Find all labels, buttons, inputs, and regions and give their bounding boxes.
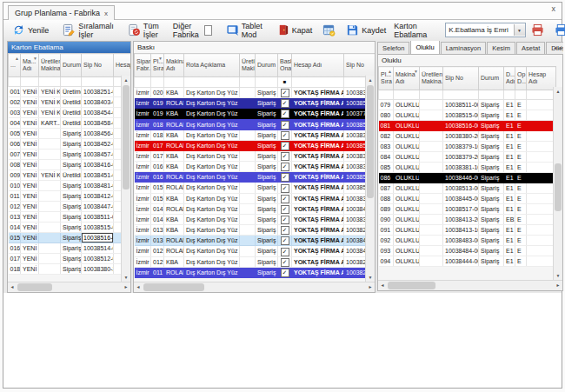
grid-cell[interactable]: 090 [379,215,394,225]
column-header[interactable]: Sip No [344,54,376,77]
grid-cell[interactable]: 092 [379,236,394,246]
grid-cell[interactable]: Dış Karton Dış Yüz Baskı [184,130,240,140]
scroll-right-icon[interactable]: ► [554,281,562,289]
grid-cell[interactable]: Sipariş [61,223,82,233]
grid-cell[interactable] [420,194,443,204]
grid-cell[interactable]: İzmir [135,119,151,130]
scroll-down-icon[interactable]: ▼ [366,273,375,282]
grid-cell[interactable]: E [515,246,527,256]
grid-cell[interactable]: YENİ ... [21,97,39,108]
grid-cell[interactable]: YOKTAŞ FİRMA ADI [292,246,344,256]
grid-cell[interactable]: ✓ [278,267,292,277]
grid-cell[interactable] [527,236,556,246]
grid-cell[interactable]: E1 [504,100,515,110]
grid-cell[interactable]: 10038458-00 [82,118,114,129]
grid-cell[interactable]: 10038451-00 [82,170,114,181]
grid-cell[interactable] [240,203,256,214]
grid-cell[interactable] [527,225,556,236]
grid-cell[interactable]: 002 [9,97,21,108]
grid-cell[interactable]: Sipariş [256,225,278,236]
grid-cell[interactable] [420,121,443,131]
grid-cell[interactable] [39,223,61,233]
grid-cell[interactable]: YOKTAŞ FİRMA ADI [292,150,344,161]
grid-cell[interactable]: 016 [151,172,164,183]
grid-cell[interactable] [420,215,443,225]
grid-cell[interactable]: KBA [164,225,184,236]
grid-cell[interactable]: 10038484-00 [443,246,479,256]
grid-cell[interactable] [240,225,256,236]
grid-cell[interactable]: E [515,131,527,142]
grid-cell[interactable]: Sipariş [479,173,504,183]
grid-cell[interactable]: Dış Karton Dış Yüz Baskı [184,98,240,109]
grid-cell[interactable]: 10038447-00 [82,202,114,212]
grid-cell[interactable]: ROLAN... [164,98,184,109]
grid-cell[interactable]: E [515,194,527,204]
filter-cell[interactable] [39,77,61,87]
grid-cell[interactable] [39,139,61,149]
grid-cell[interactable]: Sipariş [479,225,504,236]
grid-cell[interactable] [39,243,61,254]
grid-cell[interactable]: E [515,121,527,131]
grid-cell[interactable] [420,173,443,183]
grid-cell[interactable] [527,131,556,142]
grid-cell[interactable] [240,214,256,224]
column-header[interactable]: Pl... Sıra▲ [379,67,394,90]
grid-cell[interactable]: ROLAN... [164,140,184,150]
grid-cell[interactable]: YENİ ... [21,181,39,191]
scroll-right-icon[interactable]: ► [122,282,130,291]
grid-cell[interactable]: KBA [164,214,184,224]
column-header[interactable]: Hesap Adı [527,67,556,90]
grid-cell[interactable]: KART... [39,118,61,129]
column-header[interactable]: Op D... [515,67,527,90]
grid-cell[interactable]: Sipariş [479,142,504,152]
grid-cell[interactable]: E [515,110,527,121]
scrollbar-thumb[interactable] [367,85,374,198]
grid-cell[interactable]: YENİ ... [21,191,39,202]
grid-cell[interactable]: ✓ [278,183,292,193]
grid-cell[interactable]: Sipariş [61,181,82,191]
scroll-left-icon[interactable]: ◄ [8,282,17,291]
grid-cell[interactable]: 088 [379,194,394,204]
filter-cell[interactable] [151,77,164,88]
grid-cell[interactable]: Sipariş [61,149,82,160]
grid-cell[interactable]: YOKTAŞ FİRMA ADI [292,130,344,140]
filter-cell[interactable] [504,90,515,100]
grid-cell[interactable]: 080 [379,110,394,121]
grid-cell[interactable]: 014 [151,214,164,224]
grid-cell[interactable] [240,130,256,140]
grid-cell[interactable]: YENİ K... [39,87,61,97]
grid-cell[interactable]: Sipariş [256,183,278,193]
siralamali-isler-button[interactable]: Sıralamalı İşler [57,19,119,42]
grid-cell[interactable] [527,152,556,163]
filter-cell[interactable] [164,77,184,88]
grid-cell[interactable]: YOKTAŞ FİRMA ADI [292,203,344,214]
grid-cell[interactable]: Dış Karton Dış Yüz Baskı [184,162,240,172]
grid-cell[interactable]: OLUKLU E [394,100,420,110]
grid-cell[interactable]: YENİ ... [21,139,39,149]
grid-cell[interactable]: YENİ ... [21,108,39,118]
grid-cell[interactable]: 013 [9,212,21,223]
grid-cell[interactable]: Sipariş [61,160,82,170]
grid-cell[interactable]: Sipariş [479,163,504,173]
grid-cell[interactable]: Sipariş [479,152,504,163]
grid-cell[interactable]: İzmir [135,162,151,172]
grid-cell[interactable]: E1 [504,163,515,173]
table-badge-button[interactable] [317,21,341,39]
grid-cell[interactable]: 10038452-00 [82,139,114,149]
grid-cell[interactable] [39,181,61,191]
grid-cell[interactable]: KBA [164,162,184,172]
grid-cell[interactable]: ROLAN... [164,236,184,246]
column-header[interactable]: Durum [61,54,82,77]
grid-cell[interactable]: YENİ ... [21,254,39,264]
onay-checkbox[interactable]: ✓ [281,226,289,235]
grid-cell[interactable]: 007 [9,149,21,160]
grid-cell[interactable]: Üretildi [61,118,82,129]
grid-cell[interactable]: Dış Karton Dış Yüz Baskı [184,203,240,214]
grid-cell[interactable] [240,193,256,203]
onay-checkbox[interactable]: ✓ [281,248,289,256]
grid-cell[interactable] [39,160,61,170]
grid-cell[interactable]: ✓ [278,109,292,119]
grid-cell[interactable]: ✓ [278,162,292,172]
grid-cell[interactable]: E [515,215,527,225]
grid-cell[interactable]: Üretildi [61,170,82,181]
